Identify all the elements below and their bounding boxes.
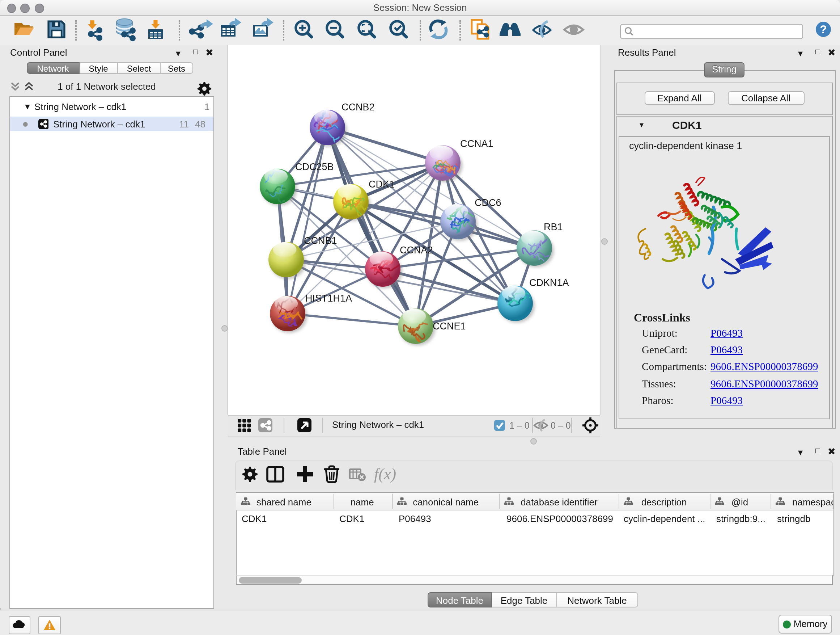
- svg-text:?: ?: [820, 22, 827, 35]
- svg-text:CCNE1: CCNE1: [433, 321, 466, 332]
- svg-text:CDKN1A: CDKN1A: [529, 277, 569, 288]
- svg-text:CCNA1: CCNA1: [460, 138, 493, 149]
- svg-text:CCNA2: CCNA2: [400, 245, 433, 256]
- svg-text:CDC25B: CDC25B: [295, 162, 334, 172]
- svg-text:CCNB2: CCNB2: [341, 102, 375, 112]
- svg-text:CCNB1: CCNB1: [304, 235, 337, 246]
- svg-text:1 – 0: 1 – 0: [509, 420, 530, 430]
- svg-text:f(x): f(x): [374, 465, 396, 483]
- svg-text:0 – 0: 0 – 0: [551, 420, 571, 430]
- svg-text:HIST1H1A: HIST1H1A: [305, 293, 352, 304]
- svg-text:CDC6: CDC6: [475, 197, 501, 208]
- svg-text:RB1: RB1: [544, 222, 563, 233]
- svg-text:CDK1: CDK1: [369, 179, 395, 190]
